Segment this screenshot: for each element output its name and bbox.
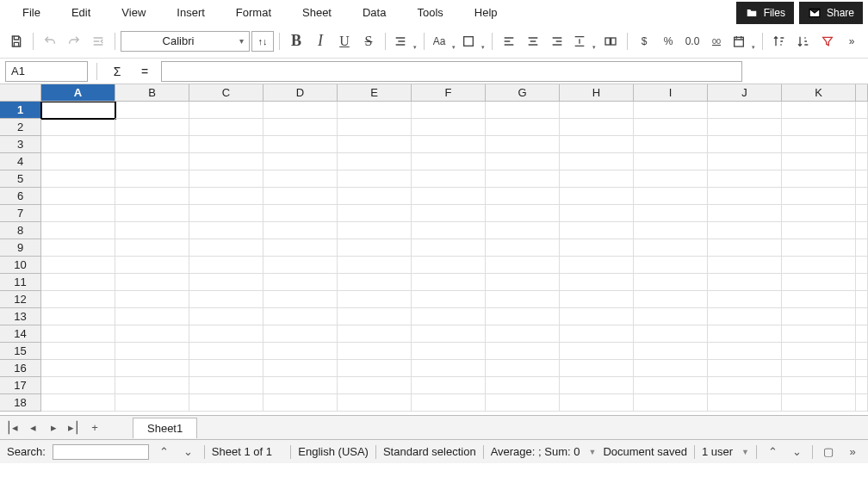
cell-F4[interactable]	[412, 153, 486, 170]
cell-J6[interactable]	[708, 188, 782, 205]
cell-B18[interactable]	[115, 394, 189, 412]
align-center-button[interactable]	[522, 30, 544, 53]
row-header-8[interactable]: 8	[0, 222, 41, 239]
column-header-F[interactable]: F	[412, 84, 486, 102]
cell-E18[interactable]	[338, 394, 412, 412]
search-prev-button[interactable]: ⌃	[156, 443, 173, 461]
prev-sheet-button[interactable]: ◂	[24, 419, 41, 437]
cell-J18[interactable]	[708, 394, 782, 412]
cell-C9[interactable]	[189, 239, 264, 257]
cell-partial[interactable]	[856, 360, 868, 377]
cell-H7[interactable]	[560, 205, 634, 222]
cell-C4[interactable]	[189, 153, 264, 170]
cell-J12[interactable]	[708, 291, 782, 308]
column-header-D[interactable]: D	[264, 84, 338, 102]
cell-D1[interactable]	[264, 102, 338, 119]
column-header-B[interactable]: B	[115, 84, 189, 102]
cell-I18[interactable]	[634, 394, 708, 412]
cell-partial[interactable]	[856, 170, 868, 188]
cell-D13[interactable]	[264, 308, 338, 325]
cell-J13[interactable]	[708, 308, 782, 325]
cell-E7[interactable]	[338, 205, 412, 222]
cell-H13[interactable]	[560, 308, 634, 325]
column-header-K[interactable]: K	[782, 84, 856, 102]
cell-partial[interactable]	[856, 188, 868, 205]
cell-J11[interactable]	[708, 274, 782, 291]
cell-A7[interactable]	[41, 205, 115, 222]
cell-K3[interactable]	[782, 136, 856, 153]
cell-J9[interactable]	[708, 239, 782, 257]
menu-data[interactable]: Data	[347, 1, 401, 24]
cell-I2[interactable]	[634, 119, 708, 136]
cell-F17[interactable]	[412, 377, 486, 394]
save-button[interactable]	[5, 30, 28, 53]
row-header-5[interactable]: 5	[0, 170, 41, 188]
cell-B2[interactable]	[115, 119, 189, 136]
cell-G3[interactable]	[486, 136, 560, 153]
cell-F2[interactable]	[412, 119, 486, 136]
cell-G13[interactable]	[486, 308, 560, 325]
sort-desc-button[interactable]	[792, 30, 815, 53]
column-header-A[interactable]: A	[41, 84, 115, 102]
row-header-1[interactable]: 1	[0, 102, 41, 119]
cell-I8[interactable]	[634, 222, 708, 239]
row-header-3[interactable]: 3	[0, 136, 41, 153]
cell-F11[interactable]	[412, 274, 486, 291]
cell-E11[interactable]	[338, 274, 412, 291]
cell-J5[interactable]	[708, 170, 782, 188]
cell-K17[interactable]	[782, 377, 856, 394]
cell-I14[interactable]	[634, 325, 708, 343]
cell-I10[interactable]	[634, 257, 708, 274]
cell-partial[interactable]	[856, 343, 868, 360]
cell-E1[interactable]	[338, 102, 412, 119]
cell-partial[interactable]	[856, 308, 868, 325]
select-all-corner[interactable]	[0, 84, 41, 102]
cell-I9[interactable]	[634, 239, 708, 257]
cell-I1[interactable]	[634, 102, 708, 119]
row-header-13[interactable]: 13	[0, 308, 41, 325]
cell-C15[interactable]	[189, 343, 264, 360]
cell-G10[interactable]	[486, 257, 560, 274]
sum-button[interactable]: Σ	[106, 61, 128, 82]
cell-E8[interactable]	[338, 222, 412, 239]
cell-F9[interactable]	[412, 239, 486, 257]
menu-format[interactable]: Format	[220, 1, 287, 24]
first-sheet-button[interactable]: ⎮◂	[3, 419, 21, 437]
cell-D7[interactable]	[264, 205, 338, 222]
zoom-in-button[interactable]: ⌃	[764, 443, 781, 461]
menu-file[interactable]: File	[7, 1, 56, 24]
last-sheet-button[interactable]: ▸⎮	[65, 419, 83, 437]
cell-D12[interactable]	[264, 291, 338, 308]
cell-I17[interactable]	[634, 377, 708, 394]
menu-view[interactable]: View	[106, 1, 161, 24]
cell-B7[interactable]	[115, 205, 189, 222]
cell-H17[interactable]	[560, 377, 634, 394]
cell-G5[interactable]	[486, 170, 560, 188]
cell-J1[interactable]	[708, 102, 782, 119]
cell-A16[interactable]	[41, 360, 115, 377]
name-box[interactable]: A1	[5, 61, 88, 82]
status-more-button[interactable]: »	[844, 443, 861, 461]
cell-K6[interactable]	[782, 188, 856, 205]
vertical-align-button[interactable]	[570, 30, 598, 53]
cell-I13[interactable]	[634, 308, 708, 325]
cell-B14[interactable]	[115, 325, 189, 343]
column-header-H[interactable]: H	[560, 84, 634, 102]
row-header-7[interactable]: 7	[0, 205, 41, 222]
cell-C12[interactable]	[189, 291, 264, 308]
redo-button[interactable]	[63, 30, 85, 53]
cell-K5[interactable]	[782, 170, 856, 188]
cell-D3[interactable]	[264, 136, 338, 153]
cell-F5[interactable]	[412, 170, 486, 188]
cell-I6[interactable]	[634, 188, 708, 205]
cell-B9[interactable]	[115, 239, 189, 257]
align-right-button[interactable]	[546, 30, 568, 53]
row-header-16[interactable]: 16	[0, 360, 41, 377]
cell-B12[interactable]	[115, 291, 189, 308]
cell-G9[interactable]	[486, 239, 560, 257]
cell-C17[interactable]	[189, 377, 264, 394]
cell-C11[interactable]	[189, 274, 264, 291]
cell-G12[interactable]	[486, 291, 560, 308]
cell-E14[interactable]	[338, 325, 412, 343]
cell-E16[interactable]	[338, 360, 412, 377]
